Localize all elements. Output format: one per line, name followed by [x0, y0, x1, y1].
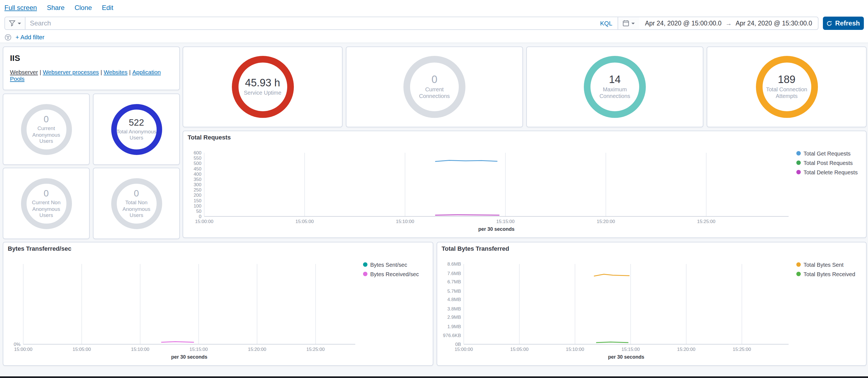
menu-full-screen[interactable]: Full screen	[4, 4, 37, 11]
panel-total-non-anonymous-users: 0 Total Non Anonymous Users	[93, 168, 180, 239]
svg-text:15:00:00: 15:00:00	[14, 347, 32, 352]
top-menu: Full screen Share Clone Edit	[0, 0, 868, 15]
link-websites[interactable]: Websites	[104, 69, 128, 75]
gauge-label: Total Anonymous Users	[115, 128, 157, 141]
menu-clone[interactable]: Clone	[74, 4, 92, 11]
gauge-label: Total Connection Attempts	[764, 86, 810, 99]
gauge-value: 0	[134, 189, 139, 198]
svg-text:0: 0	[199, 214, 202, 219]
legend-item[interactable]: Total Bytes Sent	[796, 262, 861, 268]
panel-bytes-transferred-per-sec: Bytes Transferred/sec 15:00:0015:05:0015…	[3, 242, 433, 366]
svg-text:350: 350	[194, 177, 202, 182]
legend-label: Total Post Requests	[804, 160, 853, 166]
panel-total-requests: Total Requests 15:00:0015:05:0015:10:001…	[183, 131, 867, 238]
panel-maximum-connections: 14 Maximum Connections	[526, 46, 703, 127]
iis-links: Webserver|Webserver processes|Websites|A…	[10, 69, 173, 82]
iis-title: IIS	[10, 53, 173, 63]
svg-text:50: 50	[196, 209, 202, 214]
horizontal-scrollbar[interactable]	[0, 376, 868, 378]
legend-item[interactable]: Total Get Requests	[796, 151, 861, 157]
query-input-group: KQL Apr 24, 2020 @ 15:00:00.0 → Apr 24, …	[4, 17, 818, 30]
chart-plot[interactable]: 15:00:0015:05:0015:10:0015:15:0015:20:00…	[186, 142, 794, 236]
link-webserver-processes[interactable]: Webserver processes	[43, 69, 99, 75]
panel-total-anonymous-users: 522 Total Anonymous Users	[93, 94, 180, 165]
gauge-label: Service Uptime	[244, 90, 281, 96]
gauge-value: 0	[431, 74, 437, 85]
total-requests-legend: Total Get RequestsTotal Post RequestsTot…	[794, 142, 863, 239]
svg-text:0%: 0%	[13, 342, 21, 347]
svg-text:per 30 seconds: per 30 seconds	[608, 354, 644, 360]
series-line	[594, 274, 629, 276]
legend-item[interactable]: Total Delete Requests	[796, 169, 861, 176]
date-start[interactable]: Apr 24, 2020 @ 15:00:00.0	[645, 20, 722, 27]
menu-share[interactable]: Share	[47, 4, 64, 11]
total-bytes-chart[interactable]: 15:00:0015:05:0015:10:0015:15:0015:20:00…	[440, 253, 794, 367]
svg-text:15:05:00: 15:05:00	[510, 347, 528, 352]
kql-toggle-button[interactable]: KQL	[595, 17, 618, 29]
svg-text:8.6MB: 8.6MB	[447, 261, 461, 267]
svg-text:15:25:00: 15:25:00	[697, 219, 715, 224]
gauge-label: Total Non Anonymous Users	[115, 199, 157, 218]
svg-text:15:05:00: 15:05:00	[296, 219, 314, 224]
calendar-button[interactable]	[618, 17, 640, 29]
refresh-label: Refresh	[835, 19, 860, 27]
panel-current-connections: 0 Current Connections	[346, 46, 523, 127]
date-range-display: Apr 24, 2020 @ 15:00:00.0 → Apr 24, 2020…	[640, 17, 818, 29]
link-webserver[interactable]: Webserver	[10, 69, 38, 75]
svg-text:15:10:00: 15:10:00	[396, 219, 414, 224]
legend-item[interactable]: Total Post Requests	[796, 160, 861, 166]
total-bytes-legend: Total Bytes SentTotal Bytes Received	[794, 253, 863, 367]
legend-item[interactable]: Bytes Sent/sec	[363, 262, 427, 268]
chart-plot[interactable]: 15:00:0015:05:0015:10:0015:15:0015:20:00…	[7, 253, 361, 364]
link-separator: |	[39, 69, 41, 75]
add-filter-link[interactable]: + Add filter	[16, 34, 44, 40]
search-input[interactable]	[26, 17, 595, 29]
legend-label: Total Bytes Received	[804, 271, 855, 277]
legend-dot-icon	[796, 262, 801, 267]
legend-item[interactable]: Bytes Received/sec	[363, 271, 427, 277]
saved-query-menu-button[interactable]	[5, 17, 26, 29]
chart-plot[interactable]: 15:00:0015:05:0015:10:0015:15:0015:20:00…	[440, 253, 794, 364]
panel-title: Total Requests	[183, 131, 866, 142]
total-requests-chart[interactable]: 15:00:0015:05:0015:10:0015:15:0015:20:00…	[186, 142, 794, 239]
bytes-per-sec-chart[interactable]: 15:00:0015:05:0015:10:0015:15:0015:20:00…	[7, 253, 361, 367]
panel-current-non-anonymous-users: 0 Current Non Anonymous Users	[3, 168, 90, 239]
chevron-down-icon	[18, 23, 21, 26]
svg-text:15:25:00: 15:25:00	[733, 347, 751, 352]
legend-dot-icon	[363, 272, 368, 276]
filter-bar: + Add filter	[0, 31, 868, 43]
svg-text:250: 250	[194, 187, 202, 193]
panel-total-bytes-transferred: Total Bytes Transferred 15:00:0015:05:00…	[437, 242, 867, 366]
svg-text:200: 200	[194, 193, 202, 198]
refresh-button[interactable]: Refresh	[823, 17, 864, 30]
kibana-header: Full screen Share Clone Edit KQL	[0, 0, 868, 43]
svg-text:3.8MB: 3.8MB	[447, 306, 461, 312]
legend-label: Total Bytes Sent	[804, 262, 844, 268]
funnel-icon	[9, 20, 16, 27]
legend-dot-icon	[796, 160, 801, 165]
gauge-label: Maximum Connections	[592, 86, 638, 99]
filter-options-icon[interactable]	[4, 33, 11, 41]
chevron-down-icon	[632, 23, 635, 26]
date-end[interactable]: Apr 24, 2020 @ 15:30:00.0	[736, 20, 812, 27]
svg-text:6.7MB: 6.7MB	[447, 279, 461, 284]
bytes-per-sec-legend: Bytes Sent/secBytes Received/sec	[361, 253, 429, 367]
svg-text:15:10:00: 15:10:00	[131, 347, 149, 352]
gauge-value: 14	[609, 74, 621, 85]
svg-text:5.7MB: 5.7MB	[447, 289, 461, 294]
gauge-label: Current Non Anonymous Users	[25, 199, 67, 218]
svg-text:15:15:00: 15:15:00	[621, 347, 640, 352]
panel-title: Bytes Transferred/sec	[3, 243, 433, 253]
legend-item[interactable]: Total Bytes Received	[796, 271, 861, 277]
refresh-icon	[826, 20, 832, 26]
legend-dot-icon	[796, 151, 801, 156]
link-separator: |	[100, 69, 102, 75]
panel-current-anonymous-users: 0 Current Anonymous Users	[3, 94, 90, 165]
gauge-value: 0	[44, 115, 49, 124]
svg-text:7.6MB: 7.6MB	[447, 271, 461, 276]
panel-service-uptime: 45.93 h Service Uptime	[183, 46, 343, 127]
panel-iis-navigation: IIS Webserver|Webserver processes|Websit…	[3, 46, 180, 90]
svg-text:2.9MB: 2.9MB	[447, 315, 461, 320]
gauge-value: 45.93 h	[245, 77, 280, 89]
menu-edit[interactable]: Edit	[102, 4, 113, 11]
